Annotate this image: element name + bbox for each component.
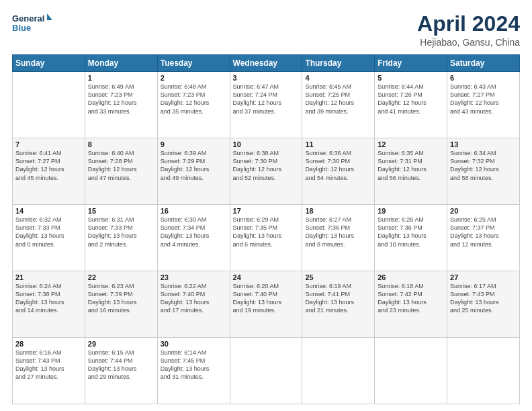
day-number: 12 <box>378 140 444 148</box>
day-info: Sunrise: 6:14 AM Sunset: 7:45 PM Dayligh… <box>161 349 227 381</box>
day-info: Sunrise: 6:18 AM Sunset: 7:42 PM Dayligh… <box>378 282 444 315</box>
page: General Blue April 2024 Hejiabao, Gansu,… <box>0 0 532 411</box>
day-number: 18 <box>305 207 371 215</box>
day-number: 9 <box>161 140 227 148</box>
day-number: 15 <box>88 207 154 215</box>
header: General Blue April 2024 Hejiabao, Gansu,… <box>12 12 520 48</box>
header-saturday: Saturday <box>447 55 520 72</box>
day-number: 30 <box>161 340 227 348</box>
day-number: 19 <box>378 207 444 215</box>
day-number: 25 <box>305 273 371 281</box>
table-cell: 5Sunrise: 6:44 AM Sunset: 7:26 PM Daylig… <box>375 72 447 138</box>
day-number: 22 <box>88 273 154 281</box>
day-number: 11 <box>305 140 371 148</box>
day-info: Sunrise: 6:45 AM Sunset: 7:25 PM Dayligh… <box>305 83 371 116</box>
day-info: Sunrise: 6:31 AM Sunset: 7:33 PM Dayligh… <box>88 216 154 248</box>
table-cell: 20Sunrise: 6:25 AM Sunset: 7:37 PM Dayli… <box>447 205 520 271</box>
day-number: 7 <box>15 140 82 148</box>
day-info: Sunrise: 6:25 AM Sunset: 7:37 PM Dayligh… <box>450 216 517 248</box>
day-info: Sunrise: 6:41 AM Sunset: 7:27 PM Dayligh… <box>15 149 82 182</box>
day-number: 20 <box>450 207 517 215</box>
day-number: 28 <box>15 340 82 348</box>
day-info: Sunrise: 6:17 AM Sunset: 7:43 PM Dayligh… <box>450 282 517 315</box>
day-number: 6 <box>450 74 517 82</box>
table-cell: 9Sunrise: 6:39 AM Sunset: 7:29 PM Daylig… <box>157 138 230 205</box>
day-number: 16 <box>161 207 227 215</box>
day-info: Sunrise: 6:47 AM Sunset: 7:24 PM Dayligh… <box>233 83 300 116</box>
table-cell: 3Sunrise: 6:47 AM Sunset: 7:24 PM Daylig… <box>230 72 302 138</box>
table-cell: 18Sunrise: 6:27 AM Sunset: 7:36 PM Dayli… <box>302 205 375 271</box>
table-cell <box>13 72 85 138</box>
subtitle: Hejiabao, Gansu, China <box>417 37 520 48</box>
day-info: Sunrise: 6:38 AM Sunset: 7:30 PM Dayligh… <box>233 149 300 182</box>
table-cell: 19Sunrise: 6:26 AM Sunset: 7:36 PM Dayli… <box>375 205 447 271</box>
day-number: 17 <box>233 207 300 215</box>
table-cell: 2Sunrise: 6:48 AM Sunset: 7:23 PM Daylig… <box>157 72 230 138</box>
header-sunday: Sunday <box>13 55 85 72</box>
table-cell: 12Sunrise: 6:35 AM Sunset: 7:31 PM Dayli… <box>375 138 447 205</box>
svg-text:Blue: Blue <box>12 23 31 33</box>
day-info: Sunrise: 6:19 AM Sunset: 7:41 PM Dayligh… <box>305 282 371 315</box>
table-cell: 27Sunrise: 6:17 AM Sunset: 7:43 PM Dayli… <box>447 271 520 338</box>
svg-marker-2 <box>47 13 52 20</box>
table-cell: 14Sunrise: 6:32 AM Sunset: 7:33 PM Dayli… <box>13 205 85 271</box>
day-info: Sunrise: 6:15 AM Sunset: 7:44 PM Dayligh… <box>88 349 154 381</box>
header-friday: Friday <box>375 55 447 72</box>
day-info: Sunrise: 6:39 AM Sunset: 7:29 PM Dayligh… <box>161 149 227 182</box>
table-cell <box>302 338 375 404</box>
table-cell: 8Sunrise: 6:40 AM Sunset: 7:28 PM Daylig… <box>85 138 157 205</box>
day-number: 8 <box>88 140 154 148</box>
svg-text:General: General <box>12 13 44 24</box>
table-cell: 24Sunrise: 6:20 AM Sunset: 7:40 PM Dayli… <box>230 271 302 338</box>
table-cell: 21Sunrise: 6:24 AM Sunset: 7:38 PM Dayli… <box>13 271 85 338</box>
table-cell: 25Sunrise: 6:19 AM Sunset: 7:41 PM Dayli… <box>302 271 375 338</box>
table-cell: 11Sunrise: 6:36 AM Sunset: 7:30 PM Dayli… <box>302 138 375 205</box>
day-number: 23 <box>161 273 227 281</box>
day-number: 26 <box>378 273 444 281</box>
day-info: Sunrise: 6:22 AM Sunset: 7:40 PM Dayligh… <box>161 282 227 315</box>
day-info: Sunrise: 6:30 AM Sunset: 7:34 PM Dayligh… <box>161 216 227 248</box>
header-thursday: Thursday <box>302 55 375 72</box>
day-info: Sunrise: 6:34 AM Sunset: 7:32 PM Dayligh… <box>450 149 517 182</box>
table-cell: 1Sunrise: 6:49 AM Sunset: 7:23 PM Daylig… <box>85 72 157 138</box>
day-info: Sunrise: 6:27 AM Sunset: 7:36 PM Dayligh… <box>305 216 371 248</box>
header-monday: Monday <box>85 55 157 72</box>
day-info: Sunrise: 6:43 AM Sunset: 7:27 PM Dayligh… <box>450 83 517 116</box>
day-info: Sunrise: 6:36 AM Sunset: 7:30 PM Dayligh… <box>305 149 371 182</box>
table-cell: 13Sunrise: 6:34 AM Sunset: 7:32 PM Dayli… <box>447 138 520 205</box>
week-row-3: 14Sunrise: 6:32 AM Sunset: 7:33 PM Dayli… <box>13 205 520 271</box>
title-block: April 2024 Hejiabao, Gansu, China <box>417 12 520 48</box>
logo-svg: General Blue <box>12 12 52 36</box>
table-cell <box>447 338 520 404</box>
day-number: 21 <box>15 273 82 281</box>
day-number: 2 <box>161 74 227 82</box>
table-cell: 4Sunrise: 6:45 AM Sunset: 7:25 PM Daylig… <box>302 72 375 138</box>
table-cell: 7Sunrise: 6:41 AM Sunset: 7:27 PM Daylig… <box>13 138 85 205</box>
day-number: 1 <box>88 74 154 82</box>
logo: General Blue <box>12 12 52 36</box>
table-cell <box>230 338 302 404</box>
header-tuesday: Tuesday <box>157 55 230 72</box>
day-info: Sunrise: 6:23 AM Sunset: 7:39 PM Dayligh… <box>88 282 154 315</box>
table-cell: 29Sunrise: 6:15 AM Sunset: 7:44 PM Dayli… <box>85 338 157 404</box>
table-cell: 17Sunrise: 6:29 AM Sunset: 7:35 PM Dayli… <box>230 205 302 271</box>
day-info: Sunrise: 6:16 AM Sunset: 7:43 PM Dayligh… <box>15 349 82 381</box>
day-info: Sunrise: 6:40 AM Sunset: 7:28 PM Dayligh… <box>88 149 154 182</box>
day-info: Sunrise: 6:49 AM Sunset: 7:23 PM Dayligh… <box>88 83 154 116</box>
day-number: 10 <box>233 140 300 148</box>
day-number: 14 <box>15 207 82 215</box>
table-cell: 10Sunrise: 6:38 AM Sunset: 7:30 PM Dayli… <box>230 138 302 205</box>
calendar-table: Sunday Monday Tuesday Wednesday Thursday… <box>12 54 520 404</box>
day-number: 4 <box>305 74 371 82</box>
day-info: Sunrise: 6:24 AM Sunset: 7:38 PM Dayligh… <box>15 282 82 315</box>
day-info: Sunrise: 6:29 AM Sunset: 7:35 PM Dayligh… <box>233 216 300 248</box>
day-number: 3 <box>233 74 300 82</box>
day-number: 27 <box>450 273 517 281</box>
day-number: 29 <box>88 340 154 348</box>
table-cell: 6Sunrise: 6:43 AM Sunset: 7:27 PM Daylig… <box>447 72 520 138</box>
day-info: Sunrise: 6:26 AM Sunset: 7:36 PM Dayligh… <box>378 216 444 248</box>
table-cell: 16Sunrise: 6:30 AM Sunset: 7:34 PM Dayli… <box>157 205 230 271</box>
day-number: 13 <box>450 140 517 148</box>
table-cell: 30Sunrise: 6:14 AM Sunset: 7:45 PM Dayli… <box>157 338 230 404</box>
day-info: Sunrise: 6:35 AM Sunset: 7:31 PM Dayligh… <box>378 149 444 182</box>
